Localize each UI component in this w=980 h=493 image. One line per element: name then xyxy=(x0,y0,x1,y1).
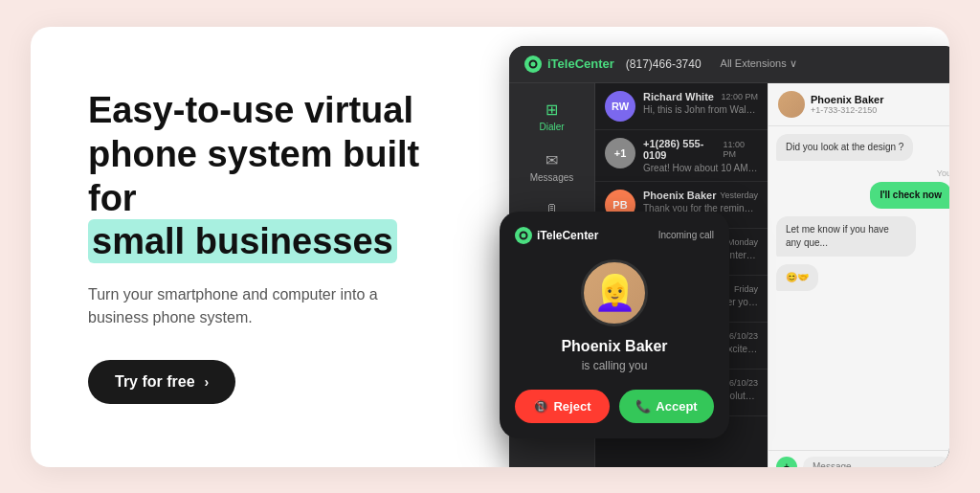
call-avatar: 👱‍♀️ xyxy=(581,259,648,326)
caller-avatar-icon: 👱‍♀️ xyxy=(593,273,636,313)
message-label-you: You xyxy=(937,168,949,178)
avatar: RW xyxy=(605,91,635,122)
chat-info: +1(286) 555-0109 11:00 PM Great! How abo… xyxy=(643,138,758,173)
phone-accept-icon: 📞 xyxy=(635,399,651,414)
chat-info: Richard White 12:00 PM Hi, this is John … xyxy=(643,91,758,115)
call-modal-brand: iTeleCenter xyxy=(515,227,598,244)
headline: Easy-to-use virtual phone system built f… xyxy=(88,89,442,263)
panel-contact-name: Phoenix Baker xyxy=(811,94,883,105)
list-item[interactable]: RW Richard White 12:00 PM Hi, this is Jo… xyxy=(595,83,768,130)
cta-button[interactable]: Try for free › xyxy=(88,360,235,404)
messages-icon: ✉ xyxy=(546,151,558,169)
app-right-panel: Phoenix Baker +1-733-312-2150 Did you lo… xyxy=(768,83,949,467)
avatar: +1 xyxy=(605,138,635,168)
headline-highlight: small businesses xyxy=(88,219,397,263)
message-list: Did you look at the design ? You I'll ch… xyxy=(768,126,949,450)
accept-button[interactable]: 📞 Accept xyxy=(619,390,714,423)
call-buttons: 📵 Reject 📞 Accept xyxy=(515,390,714,423)
phone-reject-icon: 📵 xyxy=(533,399,548,414)
sidebar-item-dialer[interactable]: ⊞ Dialer xyxy=(509,91,594,142)
panel-contact-phone: +1-733-312-2150 xyxy=(811,105,883,115)
app-logo: iTeleCenter xyxy=(524,56,614,73)
app-extensions: All Extensions ∨ xyxy=(721,57,797,70)
call-brand-name: iTeleCenter xyxy=(537,229,598,242)
call-modal: iTeleCenter Incoming call 👱‍♀️ Phoenix B… xyxy=(500,212,729,438)
cta-label: Try for free xyxy=(115,373,195,391)
sidebar-item-messages[interactable]: ✉ Messages xyxy=(509,142,594,192)
panel-avatar xyxy=(778,91,805,118)
headline-line2: phone system built for xyxy=(88,134,419,218)
dialer-icon: ⊞ xyxy=(546,101,558,119)
panel-input-area: + xyxy=(768,450,949,467)
svg-point-0 xyxy=(530,60,537,67)
subtitle: Turn your smartphone and computer into a… xyxy=(88,283,433,329)
panel-header: Phoenix Baker +1-733-312-2150 xyxy=(768,83,949,126)
svg-point-1 xyxy=(521,232,527,238)
cta-arrow-icon: › xyxy=(205,374,210,390)
message-input[interactable] xyxy=(803,457,949,467)
caller-subtext: is calling you xyxy=(515,359,714,372)
caller-name: Phoenix Baker xyxy=(515,338,714,355)
app-brand-name: iTeleCenter xyxy=(547,56,614,71)
call-brand-icon xyxy=(515,227,532,244)
call-status: Incoming call xyxy=(658,230,714,240)
reject-button[interactable]: 📵 Reject xyxy=(515,390,610,423)
call-modal-header: iTeleCenter Incoming call xyxy=(515,227,714,244)
message-bubble-emoji: 😊🤝 xyxy=(776,264,818,291)
accept-label: Accept xyxy=(656,399,697,414)
message-bubble-sent: I'll check now xyxy=(870,182,949,209)
message-bubble-received: Did you look at the design ? xyxy=(776,134,913,161)
add-icon[interactable]: + xyxy=(776,457,797,467)
chat-info: Phoenix Baker Yesterday Thank you for th… xyxy=(643,190,758,213)
call-avatar-wrap: 👱‍♀️ xyxy=(515,259,714,326)
panel-contact-info: Phoenix Baker +1-733-312-2150 xyxy=(811,94,883,115)
logo-icon xyxy=(524,56,542,73)
app-header: iTeleCenter (817)466-3740 All Extensions… xyxy=(509,46,949,83)
right-section: iTeleCenter (817)466-3740 All Extensions… xyxy=(490,27,949,467)
main-card: Easy-to-use virtual phone system built f… xyxy=(31,27,949,467)
reject-label: Reject xyxy=(553,399,590,414)
list-item[interactable]: +1 +1(286) 555-0109 11:00 PM Great! How … xyxy=(595,130,768,182)
app-phone-number: (817)466-3740 xyxy=(626,57,702,71)
left-section: Easy-to-use virtual phone system built f… xyxy=(31,32,490,460)
headline-line1: Easy-to-use virtual xyxy=(88,90,413,130)
sidebar-label-messages: Messages xyxy=(530,172,574,183)
sidebar-label-dialer: Dialer xyxy=(539,122,564,132)
message-bubble-received: Let me know if you have any que... xyxy=(776,216,916,257)
